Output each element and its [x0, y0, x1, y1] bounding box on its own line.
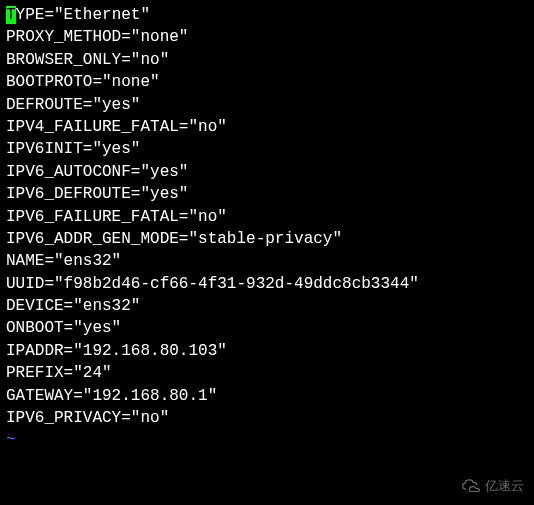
- config-line: IPV4_FAILURE_FATAL="no": [6, 116, 528, 138]
- config-line: DEFROUTE="yes": [6, 94, 528, 116]
- config-line: TYPE="Ethernet": [6, 4, 528, 26]
- config-line: BOOTPROTO="none": [6, 71, 528, 93]
- vim-tilde: ~: [6, 429, 528, 451]
- config-line: IPADDR="192.168.80.103": [6, 340, 528, 362]
- config-line: PROXY_METHOD="none": [6, 26, 528, 48]
- config-line: IPV6_ADDR_GEN_MODE="stable-privacy": [6, 228, 528, 250]
- config-line: IPV6_AUTOCONF="yes": [6, 161, 528, 183]
- config-line: GATEWAY="192.168.80.1": [6, 385, 528, 407]
- config-line: IPV6_FAILURE_FATAL="no": [6, 206, 528, 228]
- config-line: NAME="ens32": [6, 250, 528, 272]
- terminal-output: TYPE="Ethernet"PROXY_METHOD="none"BROWSE…: [0, 0, 534, 456]
- cursor: T: [6, 6, 16, 24]
- watermark: 亿速云: [461, 477, 524, 495]
- config-line: IPV6_PRIVACY="no": [6, 407, 528, 429]
- config-line: DEVICE="ens32": [6, 295, 528, 317]
- config-line: PREFIX="24": [6, 362, 528, 384]
- config-line: ONBOOT="yes": [6, 317, 528, 339]
- config-line: UUID="f98b2d46-cf66-4f31-932d-49ddc8cb33…: [6, 273, 528, 295]
- cloud-icon: [461, 478, 481, 495]
- config-line: IPV6_DEFROUTE="yes": [6, 183, 528, 205]
- config-line: BROWSER_ONLY="no": [6, 49, 528, 71]
- watermark-label: 亿速云: [485, 477, 524, 495]
- config-line: IPV6INIT="yes": [6, 138, 528, 160]
